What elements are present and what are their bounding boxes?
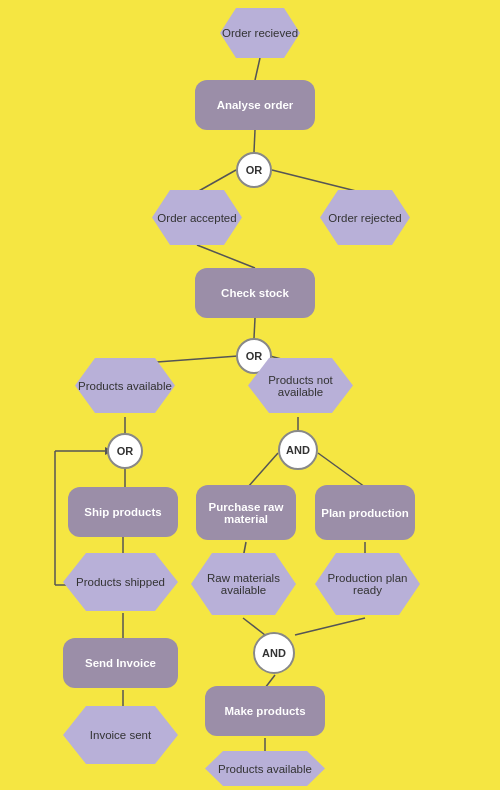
svg-line-12 [318, 453, 365, 487]
svg-line-4 [197, 245, 255, 268]
flowchart: Order recieved Analyse order OR Order ac… [0, 0, 500, 790]
gateway-or1: OR [236, 152, 272, 188]
order-received-node: Order recieved [220, 8, 300, 58]
order-rejected-node: Order rejected [320, 190, 410, 245]
plan-production-node: Plan production [315, 485, 415, 540]
gateway-and1: AND [278, 430, 318, 470]
raw-materials-available-node: Raw materials available [191, 553, 296, 615]
production-plan-ready-node: Production plan ready [315, 553, 420, 615]
gateway-or3: OR [107, 433, 143, 469]
ship-products-node: Ship products [68, 487, 178, 537]
analyse-order-node: Analyse order [195, 80, 315, 130]
send-invoice-node: Send Invoice [63, 638, 178, 688]
check-stock-node: Check stock [195, 268, 315, 318]
make-products-node: Make products [205, 686, 325, 736]
products-available-node: Products available [75, 358, 175, 413]
purchase-raw-node: Purchase raw material [196, 485, 296, 540]
products-available2-node: Products available [205, 751, 325, 786]
order-accepted-node: Order accepted [152, 190, 242, 245]
gateway-and2: AND [253, 632, 295, 674]
svg-line-17 [295, 618, 365, 635]
svg-line-2 [197, 170, 236, 192]
invoice-sent-node: Invoice sent [63, 706, 178, 764]
svg-line-0 [255, 58, 260, 80]
products-not-available-node: Products not available [248, 358, 353, 413]
svg-line-11 [248, 453, 278, 487]
svg-line-1 [254, 130, 255, 152]
svg-line-3 [272, 170, 360, 192]
svg-line-16 [243, 618, 265, 635]
products-shipped-node: Products shipped [63, 553, 178, 611]
svg-line-5 [254, 318, 255, 338]
